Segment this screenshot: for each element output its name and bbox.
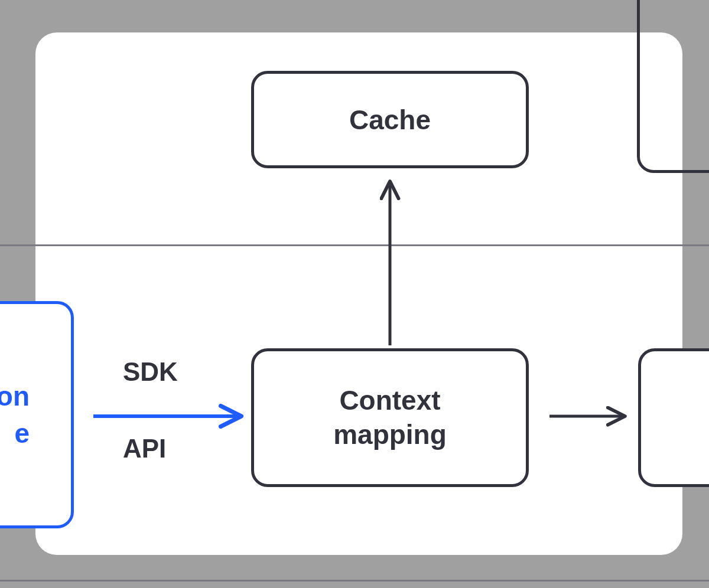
- node-left-partial-line1: on: [0, 378, 30, 414]
- node-cache-label: Cache: [349, 104, 431, 136]
- node-right-lower-partial: [638, 348, 709, 487]
- edge-label-sdk: SDK: [123, 357, 178, 387]
- node-context-mapping: Context mapping: [251, 348, 529, 487]
- node-right-upper-partial: [637, 0, 709, 173]
- node-left-partial: on e: [0, 301, 74, 528]
- edge-label-api: API: [123, 434, 166, 463]
- node-left-partial-line2: e: [0, 415, 30, 452]
- divider-line: [0, 244, 709, 246]
- node-context-mapping-label: Context mapping: [333, 384, 447, 452]
- divider-line-lower: [0, 580, 709, 582]
- node-cache: Cache: [251, 71, 529, 168]
- diagram-canvas: Cache Context mapping on e SDK API: [0, 0, 709, 588]
